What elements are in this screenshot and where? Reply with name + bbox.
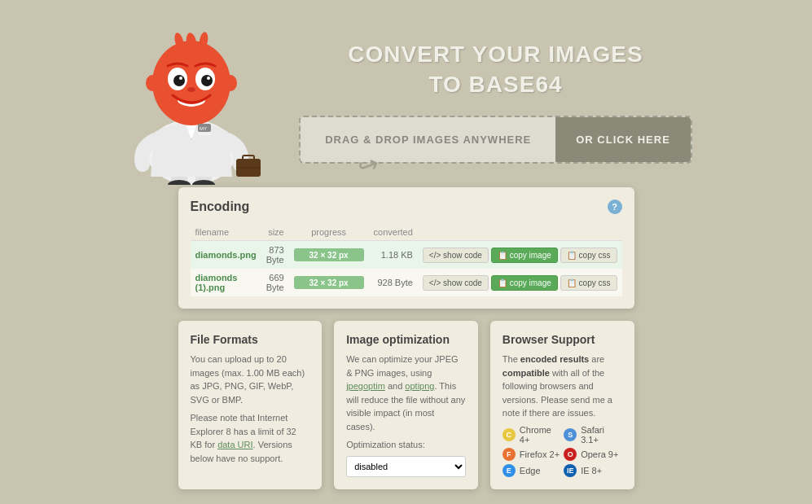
main-content: Encoding ? filename size progress conver… (162, 187, 651, 504)
browser-name: Opera 9+ (581, 449, 618, 459)
size-cell: 669 Byte (261, 269, 289, 296)
jpegoptim-link[interactable]: jpegoptim (346, 381, 385, 391)
edge-icon: E (503, 464, 516, 477)
action-buttons: </> show code 📋 copy image 📋 copy css (423, 248, 617, 263)
encoding-title: Encoding (191, 199, 250, 214)
col-size: size (261, 224, 289, 241)
opera-icon: O (564, 448, 577, 461)
data-uri-link[interactable]: data URI (217, 440, 252, 449)
optimization-label: Optimization status: (346, 440, 466, 449)
encoding-panel: Encoding ? filename size progress conver… (178, 187, 634, 309)
browser-name: Chrome 4+ (520, 425, 560, 445)
hero-title: CONVERT YOUR IMAGES TO BASE64 (348, 40, 643, 99)
svg-point-13 (179, 77, 182, 80)
file-formats-para2: Please note that Internet Explorer 8 has… (191, 411, 310, 465)
progress-bar: 32 × 32 px (294, 276, 364, 289)
converted-cell: 928 Byte (369, 269, 418, 296)
size-cell: 873 Byte (261, 241, 289, 270)
table-row: diamonds (1).png 669 Byte 32 × 32 px 928… (191, 269, 622, 296)
copy-image-button[interactable]: 📋 copy image (491, 275, 558, 291)
browser-icons: CChrome 4+SSafari 3.1+FFirefox 2+OOpera … (503, 425, 622, 477)
hero-right-content: CONVERT YOUR IMAGES TO BASE64 DRAG & DRO… (299, 40, 692, 164)
image-optimization-para: We can optimize your JPEG & PNG images, … (346, 353, 466, 433)
optipng-link[interactable]: optipng (405, 381, 434, 391)
hero-section: MY BASE CONVERT YOUR IMAGES TO BASE64 DR… (0, 0, 812, 187)
firefox-icon: F (503, 448, 516, 461)
drag-drop-area[interactable]: DRAG & DROP IMAGES ANYWHERE (301, 117, 555, 162)
ie-icon: IE (564, 464, 577, 477)
encoding-table: filename size progress converted diamond… (191, 224, 622, 296)
browser-item: FFirefox 2+ (503, 448, 560, 461)
encoding-header: Encoding ? (191, 199, 622, 214)
col-filename: filename (191, 224, 261, 241)
browser-name: Firefox 2+ (520, 449, 560, 459)
action-buttons: </> show code 📋 copy image 📋 copy css (423, 275, 617, 291)
table-row: diamonds.png 873 Byte 32 × 32 px 1.18 KB… (191, 241, 622, 270)
copy-css-button[interactable]: 📋 copy css (560, 248, 617, 263)
converted-cell: 1.18 KB (369, 241, 418, 270)
browser-name: IE 8+ (581, 466, 602, 476)
browser-support-title: Browser Support (503, 333, 622, 346)
action-cell: </> show code 📋 copy image 📋 copy css (418, 241, 622, 270)
browser-name: Safari 3.1+ (581, 425, 621, 445)
svg-point-17 (224, 75, 237, 91)
svg-text:BASE: BASE (199, 131, 212, 136)
chrome-icon: C (503, 428, 516, 441)
browser-item: IEIE 8+ (564, 464, 621, 477)
image-optimization-title: Image optimization (346, 333, 466, 346)
browser-support-panel: Browser Support The encoded results are … (490, 321, 634, 489)
browser-item: OOpera 9+ (564, 448, 621, 461)
svg-point-14 (207, 77, 210, 80)
browser-item: SSafari 3.1+ (564, 425, 621, 445)
svg-point-8 (152, 41, 230, 125)
or-click-button[interactable]: OR CLICK HERE (555, 117, 691, 162)
browser-support-description: The encoded results are compatible with … (503, 353, 622, 420)
file-formats-panel: File Formats You can upload up to 20 ima… (178, 321, 323, 489)
action-cell: </> show code 📋 copy image 📋 copy css (418, 269, 622, 296)
safari-icon: S (564, 428, 577, 441)
image-optimization-panel: Image optimization We can optimize your … (334, 321, 478, 489)
progress-cell: 32 × 32 px (289, 269, 369, 296)
filename-cell: diamonds (1).png (191, 269, 261, 296)
col-progress: progress (289, 224, 369, 241)
copy-image-button[interactable]: 📋 copy image (491, 248, 558, 263)
col-actions (418, 224, 622, 241)
svg-point-15 (187, 87, 195, 92)
copy-css-button[interactable]: 📋 copy css (560, 275, 617, 291)
mascot: MY BASE (114, 14, 277, 187)
file-formats-title: File Formats (191, 333, 310, 346)
help-icon[interactable]: ? (608, 199, 622, 214)
browser-name: Edge (520, 466, 541, 476)
show-code-button[interactable]: </> show code (423, 275, 489, 291)
info-panels: File Formats You can upload up to 20 ima… (178, 321, 634, 489)
progress-bar: 32 × 32 px (294, 248, 364, 261)
svg-point-16 (146, 75, 159, 91)
browser-item: CChrome 4+ (503, 425, 560, 445)
browser-item: EEdge (503, 464, 560, 477)
col-converted: converted (369, 224, 418, 241)
show-code-button[interactable]: </> show code (423, 248, 489, 263)
filename-cell: diamonds.png (191, 241, 261, 270)
optimization-select[interactable]: disabledenabled - lowenabled - mediumena… (346, 456, 466, 477)
file-formats-para1: You can upload up to 20 images (max. 1.0… (191, 353, 310, 406)
svg-point-11 (173, 75, 185, 86)
progress-cell: 32 × 32 px (289, 241, 369, 270)
svg-point-12 (201, 75, 213, 86)
